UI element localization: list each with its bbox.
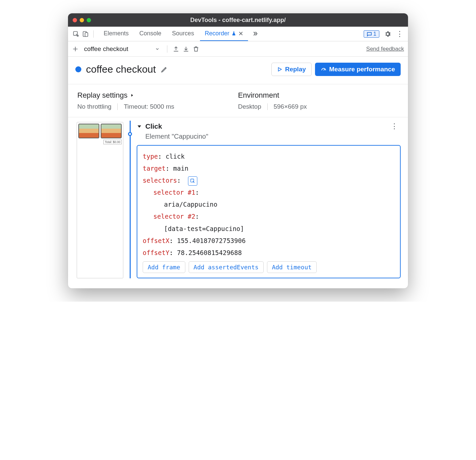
step-kebab-menu-icon[interactable]: ⋮ — [388, 121, 401, 132]
close-tab-icon[interactable]: ✕ — [238, 30, 243, 37]
step-details-box: type: click target: main selectors: sele… — [137, 145, 401, 278]
field-key: offsetY — [143, 249, 169, 256]
recording-select[interactable]: coffee checkout — [82, 45, 162, 53]
field-key: type — [143, 153, 158, 160]
chevron-down-icon[interactable] — [137, 124, 142, 129]
separator — [93, 30, 94, 38]
export-icon[interactable] — [173, 46, 179, 52]
field-value[interactable]: aria/Cappucino — [164, 201, 217, 208]
delete-icon[interactable] — [193, 46, 199, 52]
button-label: Replay — [285, 66, 306, 73]
thumbnail-mug — [101, 124, 122, 138]
step-title: Click — [145, 122, 162, 130]
recording-header: coffee checkout Replay Measure performan… — [68, 57, 408, 84]
recorder-toolbar: coffee checkout Send feedback — [68, 41, 408, 57]
kebab-menu-icon[interactable]: ⋮ — [396, 30, 403, 38]
field-key: selectors — [143, 177, 177, 184]
add-timeout-button[interactable]: Add timeout — [267, 261, 317, 273]
separator — [267, 103, 268, 110]
field-key: selector #1 — [153, 189, 195, 196]
button-label: Measure performance — [329, 66, 395, 73]
import-icon[interactable] — [183, 46, 189, 52]
field-key: target — [143, 165, 166, 172]
replay-settings-toggle[interactable]: Replay settings — [77, 91, 238, 100]
timeline-node — [128, 132, 132, 136]
issues-badge[interactable]: 1 — [364, 30, 379, 38]
field-value[interactable]: [data-test=Cappucino] — [164, 225, 244, 232]
separator — [117, 103, 118, 110]
step-screenshot-thumbnail[interactable]: Total: $0.00 — [77, 122, 123, 278]
field-key: selector #2 — [153, 213, 195, 220]
field-key: offsetX — [143, 237, 169, 244]
section-title: Replay settings — [77, 91, 127, 100]
play-icon — [277, 67, 282, 72]
add-frame-button[interactable]: Add frame — [143, 261, 185, 273]
recording-name: coffee checkout — [84, 45, 128, 53]
tab-recorder[interactable]: Recorder ✕ — [200, 27, 248, 41]
issues-count: 1 — [373, 31, 376, 37]
viewport-value: 596×669 px — [274, 103, 307, 110]
device-toggle-icon[interactable] — [82, 31, 89, 37]
device-value: Desktop — [238, 103, 261, 110]
send-feedback-link[interactable]: Send feedback — [366, 46, 404, 52]
edit-title-icon[interactable] — [161, 66, 168, 73]
more-tabs-icon[interactable] — [249, 27, 261, 41]
add-asserted-events-button[interactable]: Add assertedEvents — [189, 261, 264, 273]
tab-console[interactable]: Console — [135, 27, 166, 41]
flask-icon — [231, 31, 236, 36]
select-element-icon[interactable] — [188, 176, 197, 186]
panel-tabs: Elements Console Sources Recorder ✕ 1 ⋮ — [68, 27, 408, 41]
step-subtitle: Element "Cappucino" — [145, 133, 401, 140]
new-recording-icon[interactable] — [72, 46, 79, 52]
tab-sources[interactable]: Sources — [167, 27, 199, 41]
chevron-right-icon — [130, 93, 134, 97]
environment-title: Environment — [238, 91, 399, 100]
gauge-icon — [321, 66, 327, 72]
field-value[interactable]: 78.25460815429688 — [177, 249, 242, 256]
timeout-value: Timeout: 5000 ms — [124, 103, 174, 110]
tab-label: Sources — [172, 30, 194, 37]
separator — [167, 45, 167, 53]
field-value[interactable]: 155.40187072753906 — [177, 237, 246, 244]
window-title: DevTools - coffee-cart.netlify.app/ — [68, 17, 408, 24]
tab-label: Console — [139, 30, 161, 37]
settings-row: Replay settings No throttling Timeout: 5… — [68, 84, 408, 117]
measure-performance-button[interactable]: Measure performance — [315, 63, 401, 76]
thumbnail-mug — [78, 124, 99, 138]
timeline — [123, 121, 137, 278]
tab-label: Recorder — [205, 30, 229, 37]
field-value[interactable]: click — [166, 153, 185, 160]
throttling-value: No throttling — [77, 103, 111, 110]
thumbnail-caption: Total: $0.00 — [103, 140, 122, 144]
settings-gear-icon[interactable] — [384, 30, 391, 38]
recording-title: coffee checkout — [86, 64, 156, 75]
timeline-line — [130, 121, 131, 278]
inspect-element-icon[interactable] — [73, 31, 79, 37]
field-value[interactable]: main — [173, 165, 189, 172]
chevron-down-icon — [155, 47, 160, 51]
svg-rect-2 — [85, 32, 88, 36]
steps-list: Total: $0.00 Click ⋮ Element "Cappucino"… — [68, 117, 408, 288]
recording-status-dot — [75, 66, 81, 72]
replay-button[interactable]: Replay — [271, 63, 311, 76]
devtools-window: DevTools - coffee-cart.netlify.app/ Elem… — [68, 13, 408, 288]
tab-elements[interactable]: Elements — [99, 27, 133, 41]
titlebar: DevTools - coffee-cart.netlify.app/ — [68, 13, 408, 27]
tab-label: Elements — [104, 30, 129, 37]
